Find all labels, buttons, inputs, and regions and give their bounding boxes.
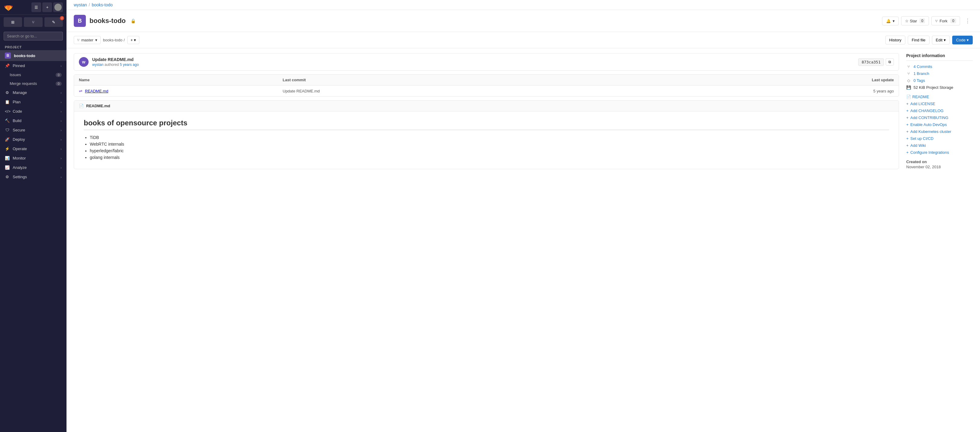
operate-chevron: › bbox=[60, 147, 62, 151]
list-item: WebRTC internals bbox=[90, 142, 889, 146]
storage-icon: 💾 bbox=[906, 85, 911, 90]
cicd-label: Set up CI/CD bbox=[910, 136, 934, 141]
project-lock-icon: 🔒 bbox=[130, 18, 136, 23]
sidebar-item-code[interactable]: </> Code › bbox=[0, 106, 67, 116]
find-file-button[interactable]: Find file bbox=[908, 36, 929, 44]
tags-info: ◇ 0 Tags bbox=[906, 78, 973, 83]
add-contributing-link[interactable]: + Add CONTRIBUTING bbox=[906, 115, 973, 120]
sidebar-home-button[interactable]: ⊞ bbox=[4, 17, 22, 27]
sidebar-issues-button[interactable]: ✎ 2 bbox=[45, 17, 63, 27]
analyze-label: Analyze bbox=[13, 165, 27, 170]
sidebar-item-settings[interactable]: ⚙ Settings › bbox=[0, 172, 67, 181]
commit-hash-area: 873ca351 ⧉ bbox=[858, 58, 894, 66]
code-chevron: ▾ bbox=[967, 38, 969, 42]
file-date-cell: 5 years ago bbox=[690, 89, 894, 93]
branch-select[interactable]: ⑂ master ▾ bbox=[74, 36, 101, 44]
build-icon: 🔨 bbox=[5, 118, 10, 123]
breadcrumb-repo-link[interactable]: books-todo bbox=[92, 2, 113, 7]
sidebar-item-plan[interactable]: 📋 Plan › bbox=[0, 97, 67, 106]
manage-icon: ⚙ bbox=[5, 91, 10, 95]
readme-header: 📄 README.md bbox=[74, 101, 899, 111]
file-table: Name Last commit Last update ⇌ README.md… bbox=[74, 74, 899, 97]
pinned-chevron: › bbox=[60, 64, 62, 68]
sidebar-item-deploy[interactable]: 🚀 Deploy › bbox=[0, 135, 67, 144]
sidebar-item-analyze[interactable]: 📈 Analyze › bbox=[0, 163, 67, 172]
sidebar-item-pinned[interactable]: 📌 Pinned › bbox=[0, 61, 67, 70]
readme-section-link[interactable]: 📄 README bbox=[906, 95, 973, 99]
enable-auto-devops-link[interactable]: + Enable Auto DevOps bbox=[906, 122, 973, 127]
sidebar-item-build[interactable]: 🔨 Build › bbox=[0, 116, 67, 125]
code-button[interactable]: Code ▾ bbox=[952, 36, 973, 44]
user-avatar-button[interactable] bbox=[53, 2, 63, 12]
plan-label: Plan bbox=[13, 100, 21, 104]
created-date: November 02, 2018 bbox=[906, 165, 941, 169]
cicd-plus: + bbox=[906, 136, 908, 141]
breadcrumb-separator: / bbox=[89, 2, 90, 7]
readme-doc-icon: 📄 bbox=[906, 95, 911, 99]
add-license-label: Add LICENSE bbox=[910, 102, 935, 106]
monitor-icon: 📊 bbox=[5, 156, 10, 160]
fork-button[interactable]: ⑂ Fork 0 bbox=[931, 16, 960, 25]
sidebar-item-operate[interactable]: ⚡ Operate › bbox=[0, 144, 67, 154]
add-license-link[interactable]: + Add LICENSE bbox=[906, 102, 973, 106]
branches-link[interactable]: 1 Branch bbox=[913, 71, 929, 76]
star-button[interactable]: ☆ Star 0 bbox=[901, 16, 929, 25]
sidebar-item-merge-requests[interactable]: Merge requests 0 bbox=[0, 79, 67, 88]
monitor-label: Monitor bbox=[13, 156, 26, 160]
file-name-link[interactable]: README.md bbox=[85, 89, 108, 93]
breadcrumb-user-link[interactable]: wystan bbox=[74, 2, 87, 7]
sidebar-mr-button[interactable]: ⑂ bbox=[24, 17, 42, 27]
tags-icon: ◇ bbox=[906, 78, 911, 83]
add-icon: + bbox=[130, 38, 133, 42]
secure-label: Secure bbox=[13, 128, 25, 132]
commit-meta: wystan authored 5 years ago bbox=[92, 62, 854, 67]
deploy-icon: 🚀 bbox=[5, 137, 10, 142]
add-changelog-link[interactable]: + Add CHANGELOG bbox=[906, 108, 973, 113]
file-table-header: Name Last commit Last update bbox=[74, 75, 899, 86]
copy-icon: ⧉ bbox=[888, 60, 891, 64]
sidebar-item-manage[interactable]: ⚙ Manage › bbox=[0, 88, 67, 97]
sidebar-item-issues[interactable]: Issues 0 bbox=[0, 70, 67, 79]
deploy-chevron: › bbox=[60, 138, 62, 141]
configure-integrations-link[interactable]: + Configure Integrations bbox=[906, 150, 973, 155]
col-commit-header: Last commit bbox=[283, 78, 690, 82]
readme-label: README bbox=[912, 95, 929, 99]
setup-cicd-link[interactable]: + Set up CI/CD bbox=[906, 136, 973, 141]
wiki-plus: + bbox=[906, 143, 908, 148]
readme-file-icon: 📄 bbox=[79, 103, 84, 108]
star-icon: ☆ bbox=[905, 19, 908, 23]
project-name-label: books-todo bbox=[14, 54, 35, 58]
file-commit-cell: Update README.md bbox=[283, 89, 690, 93]
history-button[interactable]: History bbox=[885, 36, 905, 44]
panel-toggle-button[interactable]: ☰ bbox=[32, 2, 41, 12]
more-actions-button[interactable]: ⋮ bbox=[963, 16, 973, 25]
breadcrumb: wystan / books-todo bbox=[67, 0, 980, 10]
deploy-label: Deploy bbox=[13, 137, 25, 142]
issues-badge: 2 bbox=[60, 16, 64, 20]
integrations-plus: + bbox=[906, 150, 908, 155]
edit-button[interactable]: Edit ▾ bbox=[932, 36, 950, 44]
sidebar-item-monitor[interactable]: 📊 Monitor › bbox=[0, 154, 67, 163]
tags-link[interactable]: 0 Tags bbox=[913, 78, 925, 83]
sidebar-item-secure[interactable]: 🛡 Secure › bbox=[0, 125, 67, 135]
branch-name: master bbox=[81, 38, 94, 42]
commits-link[interactable]: 4 Commits bbox=[913, 64, 932, 69]
search-input[interactable] bbox=[4, 32, 63, 40]
add-changelog-plus: + bbox=[906, 108, 908, 113]
new-item-button[interactable]: ＋ bbox=[42, 2, 52, 12]
branches-info: ⑂ 1 Branch bbox=[906, 71, 973, 76]
commits-icon: ⑂ bbox=[906, 64, 911, 69]
analyze-icon: 📈 bbox=[5, 165, 10, 170]
commit-action: authored bbox=[105, 62, 119, 67]
col-name-header: Name bbox=[79, 78, 283, 82]
k8s-label: Add Kubernetes cluster bbox=[910, 129, 951, 134]
add-file-button[interactable]: + ▾ bbox=[127, 36, 140, 44]
path-separator: / bbox=[124, 38, 125, 42]
add-wiki-link[interactable]: + Add Wiki bbox=[906, 143, 973, 148]
sidebar-item-books-todo[interactable]: B books-todo bbox=[0, 50, 67, 61]
integrations-label: Configure Integrations bbox=[910, 150, 949, 155]
add-k8s-link[interactable]: + Add Kubernetes cluster bbox=[906, 129, 973, 134]
notification-button[interactable]: 🔔 ▾ bbox=[882, 17, 899, 25]
bell-icon: 🔔 bbox=[886, 19, 891, 23]
copy-hash-button[interactable]: ⧉ bbox=[886, 58, 894, 65]
